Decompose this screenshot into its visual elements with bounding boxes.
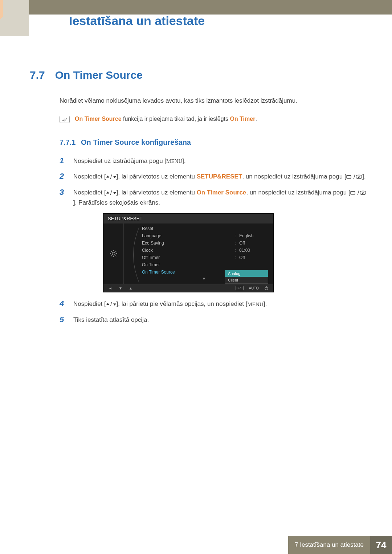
chapter-title: Iestatīšana un atiestate (69, 14, 205, 28)
step-body: Nospiediet uz izstrādājuma pogu [MENU]. (73, 156, 186, 166)
section-number: 7.7 (30, 69, 45, 81)
osd-label: Off Timer (142, 255, 235, 260)
note-hl-2: On Timer (230, 116, 255, 122)
source-enter-icon: / (350, 188, 367, 198)
highlight: SETUP&RESET (197, 173, 242, 180)
text: , un nospiediet uz izstrādājuma pogu [ (246, 189, 350, 196)
step-3: 3 Nospiediet [/], lai pārvietotos uz ele… (60, 188, 367, 208)
svg-line-11 (111, 255, 111, 256)
step-2: 2 Nospiediet [/], lai pārvietotos uz ele… (60, 172, 367, 182)
osd-row-off-timer: Off Timer:Off (124, 254, 273, 261)
osd-option-client: Client (225, 277, 268, 283)
text: Nospiediet uz izstrādājuma pogu [ (73, 157, 166, 164)
source-enter-icon: / (346, 172, 363, 182)
text: Nospiediet [ (73, 173, 106, 180)
text: ], lai pārietu pie vēlamās opcijas, un n… (117, 300, 248, 307)
step-body: Nospiediet [/], lai pārvietotos uz eleme… (73, 188, 367, 208)
svg-line-10 (115, 255, 116, 256)
left-arrow-icon: ◄ (108, 286, 113, 290)
menu-button-label: MENU (166, 157, 182, 165)
section-body: 7.7 On Timer Source Norādiet vēlamo nokl… (30, 69, 367, 331)
osd-category-icon-pane (103, 223, 124, 284)
gear-icon (109, 249, 118, 258)
page-footer: 7 Iestatīšana un atiestate 74 (0, 536, 392, 554)
svg-line-12 (115, 251, 116, 252)
footer-chapter-label: 7 Iestatīšana un atiestate (288, 536, 370, 554)
osd-row-on-timer: On Timer (124, 261, 273, 268)
svg-rect-3 (360, 191, 366, 194)
header-bar (0, 0, 392, 15)
osd-label: Clock (142, 248, 235, 253)
text: ]. (362, 173, 366, 180)
text: ], lai pārvietotos uz elementu (117, 189, 197, 196)
header-side-accent (0, 0, 29, 36)
text: Nospiediet [ (73, 300, 106, 307)
note-text: On Timer Source funkcija ir pieejama tik… (75, 116, 257, 122)
svg-line-9 (111, 251, 111, 252)
subsection-number: 7.7.1 (60, 138, 75, 146)
step-1: 1 Nospiediet uz izstrādājuma pogu [MENU]… (60, 156, 367, 166)
subsection-title: On Timer Source konfigurēšana (81, 138, 191, 146)
osd-label: On Timer (142, 262, 268, 267)
osd-row-reset: Reset (124, 225, 273, 232)
step-number: 1 (60, 156, 67, 165)
osd-option-analog: Analog (225, 270, 268, 277)
subsection-heading: 7.7.1 On Timer Source konfigurēšana (60, 138, 367, 147)
step-body: Nospiediet [/], lai pārvietotos uz eleme… (73, 172, 366, 182)
step-body: Nospiediet [/], lai pārietu pie vēlamās … (73, 299, 267, 309)
osd-value: English (239, 233, 268, 238)
osd-title: SETUP&RESET (103, 214, 273, 223)
note-mid: funkcija ir pieejama tikai tad, ja ir ie… (122, 116, 230, 122)
up-down-icon: / (106, 188, 117, 198)
text: ]. (264, 300, 267, 307)
svg-rect-2 (351, 191, 355, 194)
osd-row-language: Language:English (124, 232, 273, 239)
osd-value: 01:00 (239, 248, 268, 253)
step-number: 5 (60, 315, 67, 324)
up-arrow-icon: ▲ (128, 286, 133, 290)
osd-value: Off (239, 241, 268, 246)
step-number: 4 (60, 299, 67, 308)
osd-footer: ◄ ▼ ▲ AUTO (103, 284, 273, 292)
osd-dropdown: Analog Client (225, 270, 268, 284)
text: ]. (182, 157, 185, 164)
text: , un nospiediet uz izstrādājuma pogu [ (242, 173, 346, 180)
note-icon (60, 116, 70, 123)
up-down-icon: / (106, 299, 117, 309)
svg-rect-0 (347, 175, 351, 178)
up-down-icon: / (106, 172, 117, 182)
osd-auto-label: AUTO (249, 286, 259, 290)
step-number: 3 (60, 188, 67, 197)
enter-icon (236, 286, 244, 290)
svg-point-4 (112, 252, 115, 255)
highlight: On Timer Source (197, 189, 246, 196)
page-number: 74 (370, 536, 392, 554)
menu-button-label: MENU (248, 300, 264, 309)
section-intro: Norādiet vēlamo noklusējuma ievades avot… (60, 97, 367, 106)
step-number: 2 (60, 172, 67, 181)
text: ], lai pārvietotos uz elementu (117, 173, 197, 180)
osd-menu-list: Reset Language:English Eco Saving:Off Cl… (124, 223, 273, 284)
osd-value: Off (239, 255, 268, 260)
steps-list: 1 Nospiediet uz izstrādājuma pogu [MENU]… (60, 156, 367, 325)
osd-label: On Timer Source (142, 270, 235, 275)
osd-label: Language (142, 233, 235, 238)
osd-label: Reset (142, 226, 268, 231)
section-title: On Timer Source (55, 69, 143, 81)
down-arrow-icon: ▼ (118, 286, 123, 290)
svg-rect-1 (356, 175, 362, 178)
osd-screenshot: SETUP&RESET (103, 213, 367, 292)
note-end: . (255, 116, 257, 122)
note-hl-1: On Timer Source (75, 116, 122, 122)
power-icon (264, 286, 269, 290)
osd-label: Eco Saving (142, 241, 235, 246)
text: ]. Parādīsies sekojošais ekrāns. (73, 199, 160, 206)
step-body: Tiks iestatīta atlasītā opcija. (73, 315, 149, 325)
step-5: 5 Tiks iestatīta atlasītā opcija. (60, 315, 367, 325)
text: Nospiediet [ (73, 189, 106, 196)
note: On Timer Source funkcija ir pieejama tik… (60, 116, 367, 123)
step-4: 4 Nospiediet [/], lai pārietu pie vēlamā… (60, 299, 367, 309)
osd-row-clock: Clock:01:00 (124, 247, 273, 254)
osd-row-eco: Eco Saving:Off (124, 239, 273, 247)
